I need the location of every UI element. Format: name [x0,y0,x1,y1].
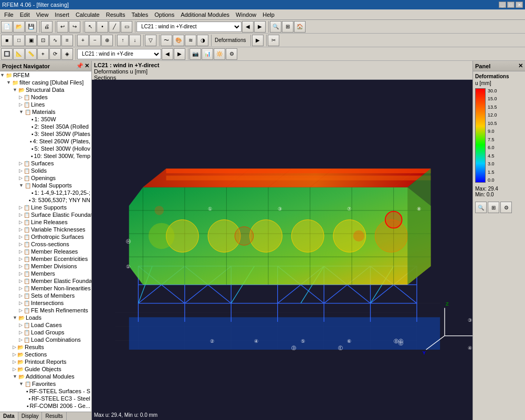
tree-item-1[interactable]: ▼📁filter casing [Dlubal Files] [0,79,91,86]
tree-item-21[interactable]: ▷📋Variable Thicknesses [0,226,91,233]
tb2-btn11[interactable]: ↓ [129,35,141,46]
animate-btn[interactable]: ▶ [252,35,264,46]
tree-item-35[interactable]: ▷📋Load Groups [0,329,91,336]
tb2-btn4[interactable]: ⊡ [37,35,49,46]
tree-item-27[interactable]: ▷📋Members [0,270,91,277]
tree-item-43[interactable]: ▪RF-STEEL Surfaces - S [0,387,91,395]
tree-item-6[interactable]: ▪1: 350W [0,116,91,123]
panel-icon-zoom[interactable]: 🔍 [475,202,487,213]
open-btn[interactable]: 📂 [13,21,25,33]
tree-item-8[interactable]: ▪3: Steel 350W (Plates [0,130,91,138]
res-prev[interactable]: ◀ [162,48,173,60]
menu-calculate[interactable]: Calculate [72,10,103,19]
tb3-btn4[interactable]: ⌖ [37,48,49,60]
filter-btn[interactable]: ▽ [145,35,156,46]
tree-item-7[interactable]: ▪2: Steel 350A (Rolled [0,123,91,130]
tree-item-2[interactable]: ▼📂Structural Data [0,86,91,93]
tree-item-3[interactable]: ▷📋Nodes [0,93,91,101]
menu-help[interactable]: Help [259,10,278,19]
tb3-btn3[interactable]: 📏 [25,48,37,60]
lc-dropdown[interactable]: LC21 : wind in +Y-directLC21 : wind in +… [136,22,242,32]
tree-item-11[interactable]: ▪10: Steel 300W, Temp [0,152,91,160]
deform-btn[interactable]: 〜 [161,35,172,46]
tree-item-31[interactable]: ▷📋Intersections [0,299,91,307]
nav-tab-data[interactable]: Data [0,412,18,420]
tb2-btn7[interactable]: + [77,35,89,46]
tree-item-30[interactable]: ▷📋Sets of Members [0,292,91,299]
tb2-btn6[interactable]: ≡ [61,35,73,46]
tb2-btn2[interactable]: □ [13,35,25,46]
line-btn[interactable]: ╱ [109,21,120,33]
tree-item-0[interactable]: ▼📁RFEM [0,71,91,79]
results-dropdown[interactable]: LC21 : wind in +Y-direLC21 : wind in +Y-… [77,49,161,59]
tree-item-20[interactable]: ▷📋Line Releases [0,218,91,226]
tree-item-14[interactable]: ▷📋Openings [0,174,91,182]
tree-item-38[interactable]: ▷📂Sections [0,351,91,358]
window-controls[interactable]: _ □ ✕ [499,2,523,8]
nav-tab-display[interactable]: Display [18,412,43,420]
tree-item-34[interactable]: ▷📋Load Cases [0,321,91,329]
tree-item-12[interactable]: ▷📋Surfaces [0,160,91,167]
tb3-btn7[interactable]: 📷 [190,48,201,60]
tree-item-36[interactable]: ▷📋Load Combinations [0,336,91,343]
section-btn[interactable]: ✂ [268,35,279,46]
tb2-btn10[interactable]: ↑ [117,35,129,46]
tree-item-29[interactable]: ▷📋Member Non-linearities [0,285,91,292]
tb3-btn6[interactable]: ◈ [61,48,73,60]
menu-file[interactable]: File [1,10,17,19]
print-btn[interactable]: 🖨 [41,21,52,33]
menu-results[interactable]: Results [103,10,129,19]
tb2-btn1[interactable]: ■ [1,35,13,46]
menu-window[interactable]: Window [233,10,259,19]
tree-item-42[interactable]: ▼📋Favorites [0,380,91,387]
node-btn[interactable]: • [97,21,108,33]
redo-btn[interactable]: ↪ [69,21,80,33]
tree-item-24[interactable]: ▷📋Member Releases [0,248,91,255]
tree-item-40[interactable]: ▷📂Guide Objects [0,365,91,373]
tree-item-39[interactable]: ▷📂Printout Reports [0,358,91,365]
render-btn[interactable]: ◑ [197,35,208,46]
tree-item-45[interactable]: ▪RF-COMBI 2006 - Ge... [0,402,91,410]
tb2-btn9[interactable]: ⊕ [101,35,113,46]
tree-item-44[interactable]: ▪RF-STEEL EC3 - Steel [0,395,91,402]
tree-item-33[interactable]: ▼📂Loads [0,314,91,321]
tree-item-23[interactable]: ▷📋Cross-sections [0,240,91,248]
panel-icon-grid[interactable]: ⊞ [488,202,499,213]
isolines-btn[interactable]: ≋ [185,35,196,46]
menu-additional-modules[interactable]: Additional Modules [177,10,233,19]
tree-item-4[interactable]: ▷📋Lines [0,101,91,108]
panel-icon-settings[interactable]: ⚙ [500,202,512,213]
tree-item-10[interactable]: ▪5: Steel 300W (Hollov [0,145,91,152]
menu-insert[interactable]: Insert [51,10,72,19]
tb3-btn1[interactable]: 🔲 [1,48,13,60]
lc-prev[interactable]: ◀ [242,21,254,33]
tree-item-37[interactable]: ▷📂Results [0,343,91,351]
maximize-btn[interactable]: □ [507,2,514,8]
tb3-btn5[interactable]: ⟳ [49,48,61,60]
lc-next[interactable]: ▶ [254,21,266,33]
tree-item-25[interactable]: ▷📋Member Eccentricities [0,255,91,262]
view1[interactable]: 🔍 [270,21,281,33]
surface-btn[interactable]: ▭ [121,21,132,33]
res-next[interactable]: ▶ [174,48,185,60]
tree-item-16[interactable]: ▪1: 1-4,9-12,17-20,25-; [0,189,91,196]
viewport[interactable]: X Z Y ② ④ ⑤ ⑥ ⒷⒸ ① Ⓗ Ⓐ Ⓑ Ⓒ Ⓔ Ⓓ ① ③ ⑦ ⑧ [92,80,472,420]
minimize-btn[interactable]: _ [499,2,506,8]
tree-item-26[interactable]: ▷📋Member Divisions [0,262,91,270]
tb3-btn2[interactable]: 📐 [13,48,25,60]
tb2-btn3[interactable]: ▣ [25,35,37,46]
tb3-btn8[interactable]: 📊 [202,48,213,60]
select-btn[interactable]: ↖ [85,21,96,33]
tb2-btn8[interactable]: − [89,35,101,46]
nav-pin[interactable]: 📌 [76,62,83,69]
view3[interactable]: 🏠 [294,21,306,33]
tree-item-18[interactable]: ▷📋Line Supports [0,204,91,211]
tb2-btn5[interactable]: ∿ [49,35,61,46]
color-btn[interactable]: 🎨 [173,35,184,46]
new-btn[interactable]: 📄 [1,21,13,33]
tree-item-41[interactable]: ▼📂Additional Modules [0,373,91,380]
tree-item-19[interactable]: ▷📋Surface Elastic Foundatio [0,211,91,218]
tree-item-5[interactable]: ▼📋Materials [0,108,91,116]
tree-item-15[interactable]: ▼📋Nodal Supports [0,182,91,189]
tb3-btn9[interactable]: 🔆 [214,48,225,60]
